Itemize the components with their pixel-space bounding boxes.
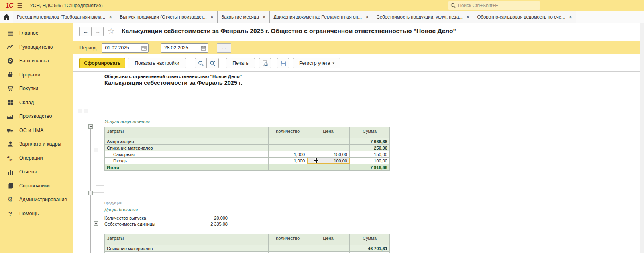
report-window: ← → ☆ Калькуляция себестоимости за Февра…: [73, 23, 644, 253]
nav-sidebar: Главное Руководителю Р Банк и касса Прод…: [0, 23, 73, 253]
print-button[interactable]: Печать: [226, 58, 255, 68]
table-row[interactable]: ДОСКА ДУБОВАЯ 15,555 2 771,83 43 115,82: [105, 252, 390, 253]
table-row[interactable]: Списание материалов 46 701,61: [105, 245, 390, 252]
favorite-star-icon[interactable]: ☆: [108, 26, 115, 36]
show-settings-button[interactable]: Показать настройки: [128, 58, 186, 68]
period-from-input[interactable]: 01.02.2025: [102, 43, 149, 53]
tab-close-icon[interactable]: ✕: [109, 15, 112, 19]
tab-cost-of-production[interactable]: Себестоимость продукции, услуг, неза... …: [373, 11, 474, 23]
sidebar-item-sales[interactable]: Продажи: [0, 68, 73, 82]
company-name: Общество с ограниченной ответственностью…: [104, 74, 242, 79]
sidebar-item-purchases[interactable]: Покупки: [0, 82, 73, 96]
report-toolbar: Сформировать Показать настройки Печать: [73, 54, 644, 72]
sidebar-item-help[interactable]: ? Помощь: [0, 207, 73, 221]
boxes-icon: [7, 99, 14, 106]
tab-production-output[interactable]: Выпуск продукции (Отчеты производст... ✕: [116, 11, 218, 23]
table-row[interactable]: Списание материалов 250,00: [105, 145, 390, 151]
sidebar-item-warehouse[interactable]: Склад: [0, 96, 73, 110]
tab-close-icon[interactable]: ✕: [210, 15, 214, 19]
sidebar-item-main[interactable]: Главное: [0, 26, 73, 40]
selected-cell[interactable]: 100,00: [307, 158, 350, 164]
col-header[interactable]: Сумма: [350, 234, 390, 245]
calendar-icon[interactable]: [201, 45, 206, 51]
fact-row: Количество выпуска 20,000: [104, 216, 228, 222]
chart-icon: [7, 169, 14, 175]
tab-material-expense[interactable]: Расход материалов (Требования-накла... ✕: [13, 11, 116, 23]
col-header[interactable]: Количество: [269, 234, 307, 245]
search-placeholder: Поиск Ctrl+Shift+F: [458, 3, 498, 8]
cost-table-services: Затраты Количество Цена Сумма Амортизаци…: [104, 127, 390, 171]
collapse-button[interactable]: [88, 191, 93, 195]
tab-close-icon[interactable]: ✕: [365, 15, 369, 19]
table-header-row: Затраты Количество Цена Сумма: [105, 234, 390, 245]
sidebar-item-fixed-assets[interactable]: ОС и НМА: [0, 123, 73, 138]
generate-button[interactable]: Сформировать: [79, 58, 125, 68]
col-header[interactable]: Сумма: [350, 127, 390, 138]
section-heading-product: Дверь большая: [104, 207, 138, 212]
cell-cursor-icon: [314, 158, 319, 163]
window-title: УСН, НДС 5% (1С:Предприятие): [30, 3, 103, 8]
table-total-row[interactable]: Итого 7 916,66: [105, 164, 390, 171]
col-header[interactable]: Затраты: [105, 234, 269, 245]
col-header[interactable]: Цена: [307, 234, 350, 245]
sidebar-item-directories[interactable]: Справочники: [0, 179, 73, 193]
period-to-input[interactable]: 28.02.2025: [161, 43, 208, 53]
collapse-button[interactable]: [78, 109, 82, 113]
save-button[interactable]: [277, 58, 289, 68]
books-icon: [7, 182, 14, 189]
table-row[interactable]: Амортизация 7 666,66: [105, 138, 390, 145]
bag-icon: [7, 71, 14, 78]
global-search-input[interactable]: Поиск Ctrl+Shift+F: [448, 1, 540, 10]
tab-close-icon[interactable]: ✕: [263, 15, 266, 19]
main-menu-icon[interactable]: ☰: [17, 2, 22, 9]
sidebar-item-administration[interactable]: ⚙ Администрирование: [0, 193, 73, 207]
sidebar-item-operations[interactable]: ДтКт Операции: [0, 151, 73, 165]
tab-turnover-balance-sheet[interactable]: Оборотно-сальдовая ведомость по сче... ✕: [473, 11, 576, 23]
ruble-icon: Р: [7, 58, 14, 64]
col-header[interactable]: Количество: [269, 127, 307, 138]
register-menu-button[interactable]: Регистр учета ▾: [293, 58, 340, 68]
sidebar-item-manager[interactable]: Руководителю: [0, 40, 73, 54]
svg-text:Р: Р: [9, 59, 12, 63]
calendar-icon[interactable]: [141, 45, 147, 51]
search-next-icon: [210, 60, 216, 66]
forward-button[interactable]: →: [92, 27, 104, 36]
sidebar-item-reports[interactable]: Отчеты: [0, 165, 73, 179]
preview-icon: [262, 60, 268, 66]
period-more-button[interactable]: ...: [217, 43, 231, 53]
section-heading-services: Услуги покупателям: [104, 119, 150, 124]
collapse-button[interactable]: [94, 221, 98, 226]
table-row[interactable]: Саморезы 1,000 150,00 150,00: [105, 151, 390, 158]
col-header[interactable]: Затраты: [105, 127, 269, 138]
product-facts: Количество выпуска 20,000 Себестоимость …: [104, 216, 228, 228]
print-preview-button[interactable]: [259, 58, 271, 68]
chevron-down-icon: ▾: [332, 61, 334, 65]
period-dash: –: [152, 45, 155, 51]
sidebar-item-payroll-hr[interactable]: Зарплата и кадры: [0, 137, 73, 151]
search-icon: [198, 60, 204, 66]
find-next-button[interactable]: [206, 58, 219, 68]
collapse-button[interactable]: [84, 109, 88, 113]
home-tab[interactable]: [0, 11, 13, 23]
collapse-button[interactable]: [88, 124, 93, 129]
vertical-scrollbar[interactable]: [640, 23, 644, 253]
find-button[interactable]: [195, 58, 207, 68]
tab-close-icon[interactable]: ✕: [569, 15, 572, 19]
cost-table-product: Затраты Количество Цена Сумма Списание м…: [104, 234, 390, 253]
trend-icon: [7, 43, 14, 50]
tab-month-closing[interactable]: Закрытие месяца ✕: [218, 11, 270, 23]
title-bar: 1С ☰ УСН, НДС 5% (1С:Предприятие) Поиск …: [0, 0, 644, 11]
cart-icon: [7, 85, 14, 92]
search-icon: [450, 3, 456, 8]
table-row[interactable]: Гвоздь 1,000 100,00 100,00: [105, 158, 390, 164]
factory-icon: [7, 113, 14, 120]
svg-text:Кт: Кт: [10, 158, 13, 161]
col-header[interactable]: Цена: [307, 127, 350, 138]
tab-close-icon[interactable]: ✕: [466, 15, 469, 19]
sidebar-item-production[interactable]: Производство: [0, 109, 73, 123]
report-title: Калькуляция себестоимости за Февраль 202…: [104, 80, 243, 86]
sidebar-item-bank-cash[interactable]: Р Банк и касса: [0, 54, 73, 68]
tab-document-movements[interactable]: Движения документа: Регламентная оп... ✕: [270, 11, 373, 23]
back-button[interactable]: ←: [79, 27, 92, 36]
collapse-button[interactable]: [94, 148, 98, 152]
